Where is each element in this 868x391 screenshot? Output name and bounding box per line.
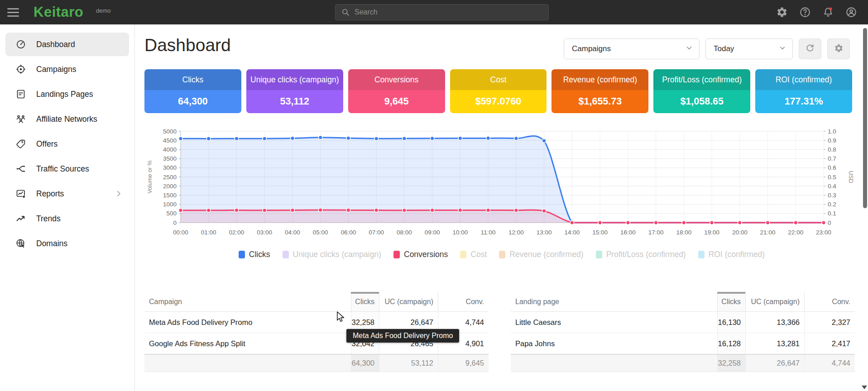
sidebar-nav: DashboardCampaignsLandings PagesAffiliat… [0,24,135,391]
traffic-icon [15,163,26,174]
affiliate-icon [15,114,26,124]
svg-text:13:00: 13:00 [537,229,552,236]
legend-label: Unique clicks (campaign) [293,250,382,259]
metric-cards: Clicks64,300Unique clicks (campaign)53,1… [144,69,852,113]
legend-item-clicks[interactable]: Clicks [239,250,270,259]
svg-text:20:00: 20:00 [732,229,748,236]
svg-text:5000: 5000 [163,128,177,135]
svg-text:0.1: 0.1 [828,210,836,217]
column-header-clicks[interactable]: Clicks [717,292,745,311]
legend-item-cost[interactable]: Cost [460,250,487,259]
svg-text:3000: 3000 [163,164,177,171]
keitaro-dashboard-page: Keitaro demo DashboardCampaignsLandings … [0,0,868,391]
total-value: 4,744 [804,355,855,372]
svg-text:22:00: 22:00 [788,229,803,236]
legend-swatch [393,251,400,258]
row-hover-tooltip: Meta Ads Food Delivery Promo [346,329,459,343]
legend-item-roi-confirmed[interactable]: ROI (confirmed) [698,250,765,259]
svg-text:16:00: 16:00 [620,229,636,236]
row-label[interactable]: Google Ads Fitness App Split [144,333,351,354]
row-label[interactable]: Meta Ads Food Delivery Promo [144,312,351,333]
sidebar-item-reports[interactable]: Reports [5,182,129,205]
svg-text:15:00: 15:00 [592,229,608,236]
total-value: 32,258 [717,355,745,372]
help-icon[interactable] [799,6,811,18]
svg-text:0.8: 0.8 [828,146,836,153]
traffic-chart[interactable]: 0500100015002000250030003500400045005000… [144,127,854,243]
dashboard-settings-button[interactable] [827,38,850,59]
svg-text:06:00: 06:00 [341,229,356,236]
sidebar-item-label: Dashboard [36,40,75,49]
scrollbar-thumb[interactable] [863,28,867,208]
svg-text:17:00: 17:00 [648,229,664,236]
grouping-select[interactable]: Campaigns [564,38,700,59]
account-icon[interactable] [845,6,857,18]
page-scrollbar[interactable] [862,24,868,391]
metric-card-label: Profit/Loss (confirmed) [653,69,750,90]
svg-text:04:00: 04:00 [285,229,300,236]
date-range-select[interactable]: Today [705,38,793,59]
total-value [144,355,351,372]
sidebar-item-traffic-sources[interactable]: Traffic Sources [5,157,129,181]
sidebar-item-offers[interactable]: $Offers [5,132,129,156]
landings-icon [15,89,26,100]
column-header-uc-campaign[interactable]: UC (campaign) [379,292,438,311]
row-label[interactable]: Little Caesars [511,312,717,333]
svg-text:2500: 2500 [163,174,177,181]
metric-card-unique-clicks-campaign: Unique clicks (campaign)53,112 [246,69,343,113]
legend-swatch [499,251,505,258]
table-totals-row: 64,30053,1129,645 [144,354,489,372]
dashboard-controls: Campaigns Today [564,38,850,59]
top-bar: Keitaro demo [0,0,868,24]
column-header-clicks[interactable]: Clicks [351,292,379,311]
sidebar-item-dashboard[interactable]: Dashboard [5,33,129,56]
svg-text:0.4: 0.4 [828,183,836,190]
topbar-actions [776,0,857,24]
page-title: Dashboard [144,35,231,55]
svg-text:0.2: 0.2 [828,201,836,208]
hamburger-menu-icon[interactable] [7,6,21,19]
legend-item-unique-clicks-campaign[interactable]: Unique clicks (campaign) [283,250,382,259]
metric-card-value: $597.0760 [450,90,547,113]
svg-text:19:00: 19:00 [704,229,719,236]
sidebar-item-domains[interactable]: Domains [5,232,129,255]
column-header-conv[interactable]: Conv. [804,292,855,311]
metric-card-profit-loss-confirmed: Profit/Loss (confirmed)$1,058.65 [653,69,750,113]
settings-gear-icon[interactable] [776,6,788,18]
sidebar-item-campaigns[interactable]: Campaigns [5,57,129,81]
column-header-campaign[interactable]: Campaign [144,292,351,311]
legend-item-profit-loss-confirmed[interactable]: Profit/Loss (confirmed) [596,250,686,259]
legend-label: ROI (confirmed) [709,250,765,259]
svg-text:08:00: 08:00 [397,229,412,236]
sidebar-item-label: Trends [36,214,61,224]
column-header-landing-page[interactable]: Landing page [511,292,717,311]
notifications-bell-icon[interactable] [822,6,834,18]
app-logo[interactable]: Keitaro [34,4,83,20]
legend-swatch [698,251,705,258]
refresh-button[interactable] [799,38,821,59]
svg-text:21:00: 21:00 [760,229,776,236]
svg-text:0.3: 0.3 [828,192,836,199]
sidebar-item-label: Affiliate Networks [36,114,97,124]
legend-item-revenue-confirmed[interactable]: Revenue (confirmed) [499,250,583,259]
search-input[interactable] [355,8,543,16]
sidebar-item-landings-pages[interactable]: Landings Pages [5,82,129,106]
svg-text:10:00: 10:00 [452,229,468,236]
table-row[interactable]: Little Caesars16,13013,3662,327 [511,312,855,333]
logo-demo-badge: demo [96,7,111,14]
legend-item-conversions[interactable]: Conversions [393,250,448,259]
metric-card-label: Unique clicks (campaign) [246,69,343,90]
svg-text:05:00: 05:00 [313,229,328,236]
column-header-conv[interactable]: Conv. [438,292,489,311]
sidebar-item-label: Landings Pages [36,90,93,99]
scroll-down-arrow-icon[interactable] [862,386,867,389]
sidebar-item-affiliate-networks[interactable]: Affiliate Networks [5,107,129,131]
main-content: Dashboard Campaigns Today [135,24,868,391]
table-row[interactable]: Papa Johns16,12813,2812,417 [511,333,855,354]
sidebar-item-trends[interactable]: Trends [5,207,129,230]
total-value: 64,300 [351,355,379,372]
landing-pages-table: Landing pageClicksUC (campaign)Conv.Litt… [511,292,855,372]
metric-card-label: ROI (confirmed) [755,69,852,90]
column-header-uc-campaign[interactable]: UC (campaign) [745,292,804,311]
row-label[interactable]: Papa Johns [511,333,717,354]
